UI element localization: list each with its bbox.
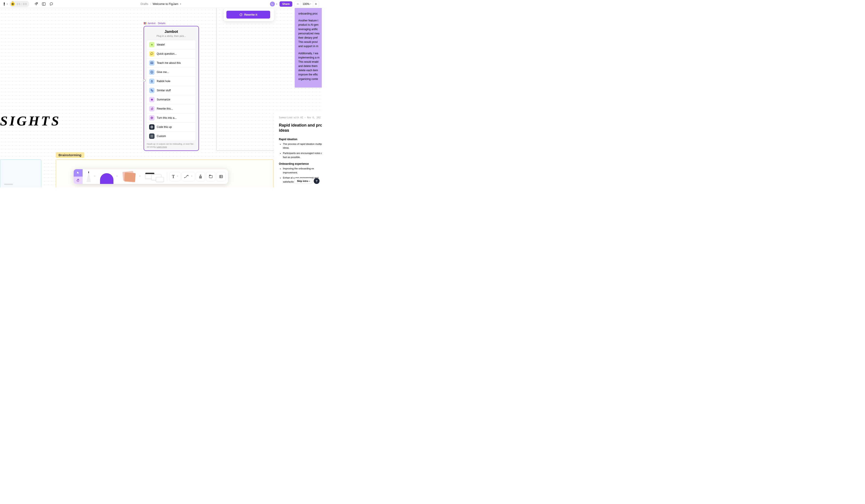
book-icon: [149, 60, 154, 66]
action-label: Turn this into a...: [157, 116, 177, 119]
chevron-down-icon[interactable]: ▾: [276, 3, 277, 5]
summary-list: The process of rapid ideation multiple i…: [279, 142, 322, 159]
comment-button[interactable]: [49, 2, 53, 6]
adjacent-section[interactable]: [0, 160, 41, 187]
user-avatar[interactable]: L: [270, 2, 275, 7]
section-tool[interactable]: [206, 172, 216, 181]
summary-heading: Onboarding experience: [279, 162, 322, 165]
summary-bullet: Improving the onboarding ex improvement.: [283, 167, 322, 175]
jambot-action-summarize[interactable]: ✱ Summarize: [147, 95, 196, 104]
chevron-up-icon[interactable]: ⌃: [115, 175, 119, 178]
shape-tool[interactable]: [100, 173, 113, 184]
svg-point-8: [150, 127, 153, 128]
svg-rect-21: [209, 175, 212, 178]
main-menu-button[interactable]: ▾: [3, 2, 8, 5]
bottom-toolbar: ⌃ ⌃ ⌃ T ⌃ ⌃: [74, 169, 228, 184]
chevron-up-icon[interactable]: ⌃: [138, 175, 141, 178]
section-icon: [209, 175, 213, 178]
jambot-action-teach[interactable]: Teach me about this: [147, 58, 196, 68]
jambot-action-custom[interactable]: Custom: [147, 132, 196, 141]
breadcrumb-parent[interactable]: Drafts: [141, 2, 149, 5]
zoom-level-dropdown[interactable]: 100% ▾: [301, 1, 313, 7]
ai-sparkle-button[interactable]: [34, 2, 38, 6]
jambot-action-quick-question[interactable]: Quick question...: [147, 49, 196, 58]
canvas[interactable]: SIGHTS Brainstorming Rapid ideation Jamb…: [0, 8, 322, 187]
section-label-brainstorming[interactable]: Brainstorming: [56, 152, 84, 158]
select-tool[interactable]: [74, 169, 83, 177]
topbar-tools: [34, 2, 53, 6]
stamp-icon: [198, 175, 203, 178]
widget-details-link[interactable]: Details: [158, 22, 165, 25]
pen-tool-section: ⌃: [83, 169, 98, 184]
jambot-action-give-me[interactable]: Give me...: [147, 68, 196, 77]
brain-icon: [149, 69, 154, 75]
summary-heading: Rapid ideation: [279, 138, 322, 141]
panel-toggle-button[interactable]: [42, 2, 46, 6]
bottom-left-handle[interactable]: [4, 184, 13, 185]
sticky-front: [124, 172, 136, 182]
svg-point-16: [152, 136, 153, 137]
shapes-icon: [149, 88, 154, 93]
summary-bullet: The process of rapid ideation multiple i…: [283, 142, 322, 150]
jambot-action-similar[interactable]: Similar stuff: [147, 86, 196, 95]
skip-intro-label: Skip intro: [297, 180, 308, 183]
atom-icon: [149, 124, 154, 130]
sticky-paragraph: Additionally, I wa implementing a m This…: [298, 51, 322, 81]
marker-tool[interactable]: [85, 171, 92, 182]
ai-summary-panel[interactable]: Summarized with AI — Nov 6, 202 Rapid id…: [274, 111, 322, 187]
stamp-tool[interactable]: [196, 172, 205, 181]
table-tool[interactable]: [216, 172, 226, 181]
svg-point-4: [151, 117, 152, 118]
svg-point-12: [152, 135, 152, 136]
chevron-up-icon[interactable]: ⌃: [175, 175, 179, 178]
chevron-down-icon[interactable]: ▾: [180, 3, 181, 5]
templates-tool[interactable]: [145, 171, 165, 182]
widget-icon: [144, 22, 147, 24]
chevron-up-icon[interactable]: ⌃: [190, 175, 193, 178]
breadcrumb: Drafts / Welcome to FigJam ▾: [141, 2, 181, 5]
sights-heading[interactable]: SIGHTS: [0, 113, 61, 129]
rewrite-it-button[interactable]: Rewrite it: [227, 11, 270, 19]
figma-logo-icon: [3, 2, 6, 5]
jambot-action-code[interactable]: Code this up: [147, 122, 196, 132]
swirl-icon: [149, 106, 154, 112]
svg-rect-3: [152, 90, 153, 92]
asterisk-icon: ✱: [149, 97, 154, 102]
skip-intro-button[interactable]: Skip intro ›: [295, 178, 312, 184]
breadcrumb-current[interactable]: Welcome to FigJam: [153, 2, 178, 5]
action-label: Rabbit hole: [157, 80, 170, 83]
share-button[interactable]: Share: [279, 1, 292, 7]
widget-name-link[interactable]: Jambot: [147, 22, 155, 25]
zoom-in-button[interactable]: +: [313, 1, 319, 7]
connector-tool[interactable]: ⌃: [182, 172, 195, 181]
svg-point-15: [152, 136, 152, 137]
jambot-action-ideate[interactable]: ✴ Ideate!: [147, 40, 196, 49]
svg-point-7: [152, 117, 153, 118]
jambot-widget[interactable]: Jambot Plug in a sticky, then pick... ✴ …: [143, 26, 199, 151]
sticky-paragraph: onboarding proc: [298, 12, 322, 16]
chevron-down-icon: ▾: [7, 3, 8, 5]
action-label: Rewrite this...: [157, 107, 173, 110]
text-tool[interactable]: T ⌃: [170, 172, 181, 181]
jambot-disclaimer: Heads up: AI outputs can be misleading, …: [147, 143, 196, 148]
chevron-down-icon: ▾: [310, 3, 311, 5]
jambot-action-turn-into[interactable]: Turn this into a...: [147, 113, 196, 122]
chevron-up-icon[interactable]: ⌃: [93, 175, 96, 178]
purple-sticky-note[interactable]: onboarding proc Another feature t produc…: [295, 8, 322, 87]
help-button[interactable]: ?: [314, 178, 320, 184]
action-label: Similar stuff: [157, 89, 171, 92]
jambot-action-rewrite[interactable]: Rewrite this...: [147, 104, 196, 113]
topbar-right-group: L ▾ Share − 100% ▾ +: [270, 1, 319, 7]
zoom-out-button[interactable]: −: [295, 1, 301, 7]
node-connector-handle[interactable]: [143, 79, 146, 82]
connector-icon: [184, 175, 189, 178]
sticky-note-tool[interactable]: [122, 171, 137, 183]
learn-more-link[interactable]: Learn more: [157, 146, 167, 148]
jambot-action-rabbit-hole[interactable]: Rabbit hole: [147, 77, 196, 86]
timer-button[interactable]: 06:00: [10, 1, 29, 7]
table-icon: [219, 175, 223, 178]
svg-point-20: [184, 177, 185, 178]
jambot-title: Jambot: [147, 30, 196, 34]
hand-icon: [76, 178, 80, 182]
hand-tool[interactable]: [74, 177, 83, 184]
